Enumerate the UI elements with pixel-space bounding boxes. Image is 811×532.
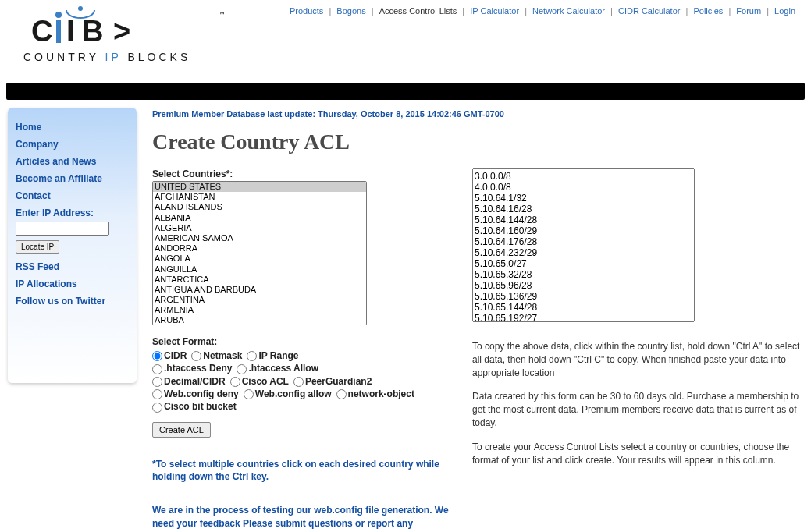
- format-radio[interactable]: [293, 377, 304, 387]
- locate-ip-button[interactable]: [16, 240, 59, 254]
- sidebar-link-company[interactable]: Company: [16, 139, 129, 150]
- svg-text:>: >: [113, 15, 130, 48]
- header-divider-bar: [6, 83, 805, 100]
- format-option-decimal-cidr[interactable]: Decimal/CIDR: [152, 376, 226, 387]
- format-radio[interactable]: [152, 364, 162, 374]
- topnav-link-network-calculator[interactable]: Network Calculator: [532, 6, 605, 16]
- format-option-web-config-allow[interactable]: Web.config allow: [244, 388, 332, 399]
- format-radio[interactable]: [244, 389, 254, 399]
- country-option[interactable]: ANDORRA: [153, 243, 366, 254]
- db-update-timestamp: Premium Member Database last update: Thu…: [152, 109, 803, 119]
- create-acl-button[interactable]: [152, 422, 211, 438]
- format-radio[interactable]: [230, 377, 240, 387]
- topnav-link-forum[interactable]: Forum: [736, 6, 761, 16]
- topnav-link-access-control-lists[interactable]: Access Control Lists: [379, 6, 457, 16]
- format-option-web-config-deny[interactable]: Web.config deny: [152, 388, 239, 399]
- page-title: Create Country ACL: [152, 129, 803, 154]
- site-logo: C I B > COUNTRY IP BLOCKS ™: [23, 4, 190, 63]
- format-option--htaccess-deny[interactable]: .htaccess Deny: [152, 363, 232, 374]
- format-option--htaccess-allow[interactable]: .htaccess Allow: [237, 363, 318, 374]
- ip-input-label: Enter IP Address:: [16, 207, 129, 218]
- usage-instructions: To create your Access Control Lists sele…: [472, 441, 803, 467]
- webconfig-note: We are in the process of testing our web…: [152, 504, 449, 532]
- multi-select-note: *To select multiple countries click on e…: [152, 458, 449, 484]
- country-option[interactable]: UNITED STATES: [153, 182, 366, 192]
- country-select[interactable]: UNITED STATESAFGHANISTANALAND ISLANDSALB…: [152, 181, 367, 325]
- format-radio-group: CIDRNetmaskIP Range.htaccess Deny.htacce…: [152, 350, 449, 413]
- logo-tagline: COUNTRY IP BLOCKS: [23, 51, 190, 63]
- format-radio[interactable]: [191, 351, 201, 361]
- topnav-link-ip-calculator[interactable]: IP Calculator: [470, 6, 519, 16]
- country-option[interactable]: AFGHANISTAN: [153, 192, 366, 202]
- svg-point-3: [55, 12, 62, 18]
- svg-text:I: I: [66, 15, 75, 48]
- acl-output-textarea[interactable]: [472, 168, 695, 322]
- format-radio[interactable]: [237, 364, 247, 374]
- country-option[interactable]: ANTIGUA AND BARBUDA: [153, 285, 366, 295]
- format-radio[interactable]: [152, 351, 162, 361]
- sidebar-link-become-an-affiliate[interactable]: Become an Affiliate: [16, 173, 129, 184]
- sidebar-link-ip-allocations[interactable]: IP Allocations: [16, 278, 129, 289]
- sidebar-link-follow-us-on-twitter[interactable]: Follow us on Twitter: [16, 296, 129, 307]
- country-option[interactable]: ARGENTINA: [153, 295, 366, 305]
- format-radio[interactable]: [152, 403, 162, 413]
- country-option[interactable]: ARMENIA: [153, 305, 366, 315]
- format-option-cisco-acl[interactable]: Cisco ACL: [230, 376, 289, 387]
- svg-point-0: [78, 6, 83, 11]
- svg-text:C: C: [31, 15, 52, 48]
- format-option-network-object[interactable]: network-object: [336, 388, 414, 399]
- topnav-link-products[interactable]: Products: [290, 6, 323, 16]
- topnav-link-cidr-calculator[interactable]: CIDR Calculator: [618, 6, 680, 16]
- format-option-netmask[interactable]: Netmask: [191, 350, 242, 361]
- format-option-peerguardian2[interactable]: PeerGuardian2: [293, 376, 372, 387]
- format-radio[interactable]: [152, 377, 162, 387]
- topnav-link-login[interactable]: Login: [774, 6, 795, 16]
- format-radio[interactable]: [247, 351, 257, 361]
- country-option[interactable]: ALAND ISLANDS: [153, 202, 366, 212]
- sidebar-link-rss-feed[interactable]: RSS Feed: [16, 261, 129, 272]
- svg-text:B: B: [82, 15, 103, 48]
- ip-address-input[interactable]: [16, 222, 109, 236]
- sidebar-link-home[interactable]: Home: [16, 122, 129, 133]
- format-radio[interactable]: [152, 389, 162, 399]
- sidebar-link-articles-and-news[interactable]: Articles and News: [16, 156, 129, 167]
- sidebar-link-contact[interactable]: Contact: [16, 190, 129, 201]
- countries-label: Select Countries*:: [152, 168, 449, 179]
- format-option-ip-range[interactable]: IP Range: [247, 350, 298, 361]
- format-radio[interactable]: [336, 389, 347, 399]
- country-option[interactable]: AMERICAN SAMOA: [153, 233, 366, 243]
- country-option[interactable]: ALGERIA: [153, 223, 366, 233]
- data-age-warning: Data created by this form can be 30 to 6…: [472, 390, 803, 429]
- trademark-symbol: ™: [217, 10, 225, 19]
- format-option-cisco-bit-bucket[interactable]: Cisco bit bucket: [152, 401, 237, 412]
- format-label: Select Format:: [152, 336, 449, 347]
- country-option[interactable]: ANTARCTICA: [153, 275, 366, 285]
- country-option[interactable]: ANGOLA: [153, 254, 366, 264]
- format-option-cidr[interactable]: CIDR: [152, 350, 187, 361]
- svg-rect-2: [56, 20, 61, 43]
- topnav-link-policies[interactable]: Policies: [693, 6, 723, 16]
- topnav-link-bogons[interactable]: Bogons: [336, 6, 365, 16]
- copy-instructions: To copy the above data, click within the…: [472, 340, 803, 379]
- sidebar: HomeCompanyArticles and NewsBecome an Af…: [8, 108, 137, 383]
- country-option[interactable]: ANGUILLA: [153, 264, 366, 275]
- country-option[interactable]: ALBANIA: [153, 213, 366, 223]
- country-option[interactable]: ARUBA: [153, 315, 366, 325]
